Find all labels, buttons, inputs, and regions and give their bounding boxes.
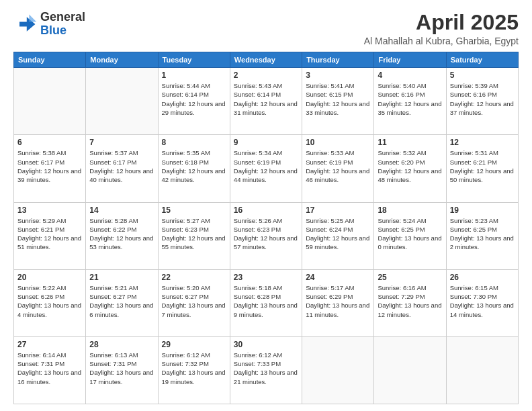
- day-info: Sunrise: 5:23 AM Sunset: 6:25 PM Dayligh…: [450, 216, 515, 252]
- day-info: Sunrise: 5:40 AM Sunset: 6:16 PM Dayligh…: [378, 81, 442, 117]
- day-number: 19: [450, 205, 515, 215]
- title-block: April 2025 Al Mahallah al Kubra, Gharbia…: [364, 11, 519, 46]
- day-info: Sunrise: 6:12 AM Sunset: 7:32 PM Dayligh…: [162, 351, 226, 386]
- day-number: 24: [306, 273, 370, 282]
- day-info: Sunrise: 6:15 AM Sunset: 7:30 PM Dayligh…: [450, 283, 515, 319]
- day-cell-1-6: 12Sunrise: 5:31 AM Sunset: 6:21 PM Dayli…: [446, 135, 518, 202]
- day-info: Sunrise: 5:44 AM Sunset: 6:14 PM Dayligh…: [162, 81, 226, 117]
- day-cell-1-2: 8Sunrise: 5:35 AM Sunset: 6:18 PM Daylig…: [158, 135, 230, 202]
- day-cell-0-1: [86, 68, 158, 135]
- day-cell-0-0: [14, 68, 86, 135]
- week-row-5: 27Sunrise: 6:14 AM Sunset: 7:31 PM Dayli…: [14, 336, 519, 404]
- day-number: 14: [89, 205, 154, 215]
- day-number: 28: [89, 340, 154, 349]
- day-info: Sunrise: 5:33 AM Sunset: 6:19 PM Dayligh…: [306, 148, 370, 184]
- day-cell-3-3: 23Sunrise: 5:18 AM Sunset: 6:28 PM Dayli…: [230, 269, 302, 336]
- day-cell-1-0: 6Sunrise: 5:38 AM Sunset: 6:17 PM Daylig…: [14, 135, 86, 202]
- day-cell-2-1: 14Sunrise: 5:28 AM Sunset: 6:22 PM Dayli…: [86, 202, 158, 269]
- day-cell-4-0: 27Sunrise: 6:14 AM Sunset: 7:31 PM Dayli…: [14, 336, 86, 404]
- day-info: Sunrise: 6:14 AM Sunset: 7:31 PM Dayligh…: [17, 351, 82, 386]
- day-info: Sunrise: 6:12 AM Sunset: 7:33 PM Dayligh…: [234, 351, 298, 386]
- day-info: Sunrise: 5:31 AM Sunset: 6:21 PM Dayligh…: [450, 148, 515, 184]
- day-number: 10: [306, 138, 370, 147]
- day-cell-4-3: 30Sunrise: 6:12 AM Sunset: 7:33 PM Dayli…: [230, 336, 302, 404]
- day-number: 16: [234, 205, 298, 215]
- day-number: 11: [378, 138, 442, 147]
- day-info: Sunrise: 5:24 AM Sunset: 6:25 PM Dayligh…: [378, 216, 442, 252]
- day-number: 29: [162, 340, 226, 349]
- day-number: 27: [17, 340, 82, 349]
- day-number: 21: [89, 273, 154, 282]
- day-cell-3-5: 25Sunrise: 6:16 AM Sunset: 7:29 PM Dayli…: [374, 269, 446, 336]
- day-cell-0-3: 2Sunrise: 5:43 AM Sunset: 6:14 PM Daylig…: [230, 68, 302, 135]
- day-number: 30: [234, 340, 298, 349]
- day-number: 4: [378, 71, 442, 80]
- header-saturday: Saturday: [446, 52, 518, 68]
- day-number: 23: [234, 273, 298, 282]
- day-cell-3-1: 21Sunrise: 5:21 AM Sunset: 6:27 PM Dayli…: [86, 269, 158, 336]
- day-number: 2: [234, 71, 298, 80]
- day-cell-2-3: 16Sunrise: 5:26 AM Sunset: 6:23 PM Dayli…: [230, 202, 302, 269]
- day-number: 15: [162, 205, 226, 215]
- day-number: 20: [17, 273, 82, 282]
- day-cell-4-4: [302, 336, 374, 404]
- day-info: Sunrise: 5:25 AM Sunset: 6:24 PM Dayligh…: [306, 216, 370, 252]
- calendar-table: Sunday Monday Tuesday Wednesday Thursday…: [13, 52, 519, 404]
- day-number: 1: [162, 71, 226, 80]
- logo-icon: [13, 12, 38, 36]
- day-number: 17: [306, 205, 370, 215]
- day-cell-4-2: 29Sunrise: 6:12 AM Sunset: 7:32 PM Dayli…: [158, 336, 230, 404]
- day-info: Sunrise: 5:29 AM Sunset: 6:21 PM Dayligh…: [17, 216, 82, 252]
- day-info: Sunrise: 5:35 AM Sunset: 6:18 PM Dayligh…: [162, 148, 226, 184]
- day-info: Sunrise: 5:27 AM Sunset: 6:23 PM Dayligh…: [162, 216, 226, 252]
- week-row-4: 20Sunrise: 5:22 AM Sunset: 6:26 PM Dayli…: [14, 269, 519, 336]
- day-number: 7: [89, 138, 154, 147]
- day-cell-3-6: 26Sunrise: 6:15 AM Sunset: 7:30 PM Dayli…: [446, 269, 518, 336]
- day-info: Sunrise: 5:38 AM Sunset: 6:17 PM Dayligh…: [17, 148, 82, 184]
- day-cell-4-6: [446, 336, 518, 404]
- logo: General Blue: [13, 11, 85, 38]
- day-cell-4-5: [374, 336, 446, 404]
- day-info: Sunrise: 5:34 AM Sunset: 6:19 PM Dayligh…: [234, 148, 298, 184]
- calendar-subtitle: Al Mahallah al Kubra, Gharbia, Egypt: [364, 36, 519, 46]
- day-number: 3: [306, 71, 370, 80]
- day-cell-0-6: 5Sunrise: 5:39 AM Sunset: 6:16 PM Daylig…: [446, 68, 518, 135]
- logo-text: General Blue: [40, 11, 85, 38]
- header-wednesday: Wednesday: [230, 52, 302, 68]
- day-number: 26: [450, 273, 515, 282]
- day-info: Sunrise: 5:28 AM Sunset: 6:22 PM Dayligh…: [89, 216, 154, 252]
- day-cell-3-0: 20Sunrise: 5:22 AM Sunset: 6:26 PM Dayli…: [14, 269, 86, 336]
- day-number: 13: [17, 205, 82, 215]
- day-info: Sunrise: 5:39 AM Sunset: 6:16 PM Dayligh…: [450, 81, 515, 117]
- day-cell-1-1: 7Sunrise: 5:37 AM Sunset: 6:17 PM Daylig…: [86, 135, 158, 202]
- day-number: 22: [162, 273, 226, 282]
- day-number: 18: [378, 205, 442, 215]
- day-cell-2-4: 17Sunrise: 5:25 AM Sunset: 6:24 PM Dayli…: [302, 202, 374, 269]
- day-cell-1-3: 9Sunrise: 5:34 AM Sunset: 6:19 PM Daylig…: [230, 135, 302, 202]
- day-info: Sunrise: 6:16 AM Sunset: 7:29 PM Dayligh…: [378, 283, 442, 319]
- day-cell-0-5: 4Sunrise: 5:40 AM Sunset: 6:16 PM Daylig…: [374, 68, 446, 135]
- week-row-3: 13Sunrise: 5:29 AM Sunset: 6:21 PM Dayli…: [14, 202, 519, 269]
- day-cell-3-4: 24Sunrise: 5:17 AM Sunset: 6:29 PM Dayli…: [302, 269, 374, 336]
- day-cell-0-2: 1Sunrise: 5:44 AM Sunset: 6:14 PM Daylig…: [158, 68, 230, 135]
- day-number: 25: [378, 273, 442, 282]
- day-info: Sunrise: 5:37 AM Sunset: 6:17 PM Dayligh…: [89, 148, 154, 184]
- day-info: Sunrise: 6:13 AM Sunset: 7:31 PM Dayligh…: [89, 351, 154, 386]
- day-cell-3-2: 22Sunrise: 5:20 AM Sunset: 6:27 PM Dayli…: [158, 269, 230, 336]
- header-thursday: Thursday: [302, 52, 374, 68]
- day-cell-2-2: 15Sunrise: 5:27 AM Sunset: 6:23 PM Dayli…: [158, 202, 230, 269]
- day-info: Sunrise: 5:22 AM Sunset: 6:26 PM Dayligh…: [17, 283, 82, 319]
- calendar-title: April 2025: [364, 11, 519, 34]
- day-number: 8: [162, 138, 226, 147]
- day-cell-2-6: 19Sunrise: 5:23 AM Sunset: 6:25 PM Dayli…: [446, 202, 518, 269]
- day-info: Sunrise: 5:18 AM Sunset: 6:28 PM Dayligh…: [234, 283, 298, 319]
- page: General Blue April 2025 Al Mahallah al K…: [0, 0, 532, 411]
- day-info: Sunrise: 5:32 AM Sunset: 6:20 PM Dayligh…: [378, 148, 442, 184]
- day-cell-2-0: 13Sunrise: 5:29 AM Sunset: 6:21 PM Dayli…: [14, 202, 86, 269]
- day-number: 12: [450, 138, 515, 147]
- day-cell-4-1: 28Sunrise: 6:13 AM Sunset: 7:31 PM Dayli…: [86, 336, 158, 404]
- weekday-header-row: Sunday Monday Tuesday Wednesday Thursday…: [14, 52, 519, 68]
- day-info: Sunrise: 5:21 AM Sunset: 6:27 PM Dayligh…: [89, 283, 154, 319]
- day-info: Sunrise: 5:41 AM Sunset: 6:15 PM Dayligh…: [306, 81, 370, 117]
- header-tuesday: Tuesday: [158, 52, 230, 68]
